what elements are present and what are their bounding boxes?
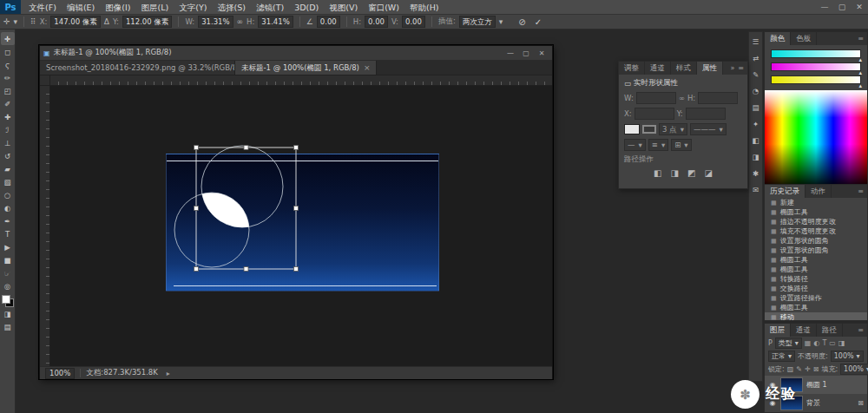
tab-color[interactable]: 颜色	[765, 32, 791, 45]
height-scale-field[interactable]: 31.41%	[258, 16, 293, 28]
filter-adjustment-icon[interactable]: ◐	[813, 339, 819, 347]
history-brush-tool[interactable]: ↺	[1, 149, 15, 162]
cancel-transform-icon[interactable]: ⊘	[518, 17, 525, 27]
hand-tool[interactable]: ☞	[1, 266, 15, 279]
handle-bottom-center[interactable]	[244, 267, 248, 272]
blend-mode-dropdown[interactable]: 正常 ▾	[768, 351, 795, 362]
tab-swatches[interactable]: 色板	[791, 32, 817, 45]
h-skew-field[interactable]: 0.00	[365, 16, 388, 28]
doc-close-button[interactable]: ✕	[535, 49, 549, 57]
window-restore-button[interactable]: ▢	[833, 0, 851, 14]
x-position-field[interactable]: 147.00 像素	[50, 16, 100, 28]
handle-bottom-left[interactable]	[194, 267, 199, 272]
tab-channels[interactable]: 通道	[645, 62, 671, 75]
shape-y-field[interactable]	[686, 108, 726, 120]
history-item[interactable]: ▦转换路径	[765, 274, 867, 284]
menu-file[interactable]: 文件(F)	[23, 0, 62, 15]
blue-slider[interactable]: ▴	[771, 75, 861, 84]
type-tool[interactable]: T	[1, 227, 15, 240]
slider-handle-icon[interactable]: ▴	[858, 82, 862, 89]
shape-fill-swatch[interactable]	[624, 124, 640, 134]
status-options-arrow-icon[interactable]: ▸	[167, 370, 170, 377]
history-item[interactable]: ▦椭圆工具	[765, 207, 867, 217]
gradient-tool[interactable]: ▧	[1, 175, 15, 188]
tab-adjustments[interactable]: 调整	[619, 62, 645, 75]
shape-stroke-swatch[interactable]	[642, 125, 656, 134]
combine-shapes-icon[interactable]: ◧	[654, 168, 661, 178]
shape-x-field[interactable]	[635, 108, 674, 120]
history-item[interactable]: ▦描边不透明度更改	[765, 217, 867, 226]
relative-position-icon[interactable]: Δ	[104, 17, 109, 26]
menu-edit[interactable]: 编辑(E)	[62, 0, 100, 15]
opacity-dropdown[interactable]: 100% ▾	[831, 351, 864, 362]
v-skew-field[interactable]: 0.00	[402, 16, 425, 28]
lock-all-icon[interactable]: ⊠	[813, 365, 819, 373]
panel-collapse-icon[interactable]: »	[730, 64, 734, 72]
window-minimize-button[interactable]: —	[816, 0, 833, 14]
y-position-field[interactable]: 112.00 像素	[122, 16, 172, 28]
green-slider[interactable]: ▴	[771, 62, 861, 71]
history-item[interactable]: ▦设置形状的圆角	[765, 236, 867, 246]
menu-window[interactable]: 窗口(W)	[363, 0, 404, 15]
tab-layers[interactable]: 图层	[765, 324, 791, 337]
dock-info-panel-icon[interactable]: ▤	[750, 102, 761, 113]
dock-settings-panel-icon[interactable]: ✱	[750, 168, 761, 179]
filter-pixel-icon[interactable]: ▦	[805, 339, 812, 347]
crop-tool[interactable]: ◰	[1, 84, 15, 97]
interpolation-caret-icon[interactable]: ▾	[499, 17, 503, 26]
menu-select[interactable]: 选择(S)	[212, 0, 250, 15]
shape-width-field[interactable]	[636, 92, 676, 104]
history-item[interactable]: ▦设置路径操作	[765, 293, 867, 303]
move-tool[interactable]: ✛	[1, 32, 15, 45]
dodge-tool[interactable]: ◐	[1, 201, 15, 214]
history-item[interactable]: ▦交换路径	[765, 284, 867, 293]
handle-mid-right[interactable]	[294, 206, 299, 211]
intersection-leaf-shape[interactable]	[202, 193, 249, 227]
subtract-shape-icon[interactable]: ◨	[671, 168, 679, 178]
red-slider[interactable]: ▴	[771, 49, 861, 58]
panel-menu-icon[interactable]: ≡	[738, 64, 744, 72]
menu-filter[interactable]: 滤镜(T)	[251, 0, 289, 15]
foreground-color-swatch[interactable]	[2, 295, 10, 304]
history-item[interactable]: ▦设置形状的圆角	[765, 246, 867, 255]
stroke-width-dropdown[interactable]: 3 点 ▾	[659, 123, 687, 135]
lasso-tool[interactable]: ϛ	[1, 58, 15, 71]
history-item[interactable]: ▦椭圆工具	[765, 265, 867, 274]
history-item[interactable]: ▦新建	[765, 198, 867, 207]
blur-tool[interactable]: ○	[1, 188, 15, 201]
screen-mode-icon[interactable]: ▤	[1, 320, 15, 333]
panel-menu-icon[interactable]: ≡	[858, 187, 864, 195]
intersect-shapes-icon[interactable]: ◩	[687, 168, 695, 178]
interpolation-dropdown[interactable]: 两次立方	[459, 16, 496, 28]
tab-styles[interactable]: 样式	[671, 62, 697, 75]
menu-3d[interactable]: 3D(D)	[289, 0, 324, 15]
doc-minimize-button[interactable]: —	[503, 49, 517, 57]
layer-name[interactable]: 椭圆 1	[806, 380, 827, 390]
lock-transparency-icon[interactable]: ▨	[787, 365, 794, 373]
lock-position-icon[interactable]: ✛	[805, 365, 811, 373]
canvas-area[interactable]	[40, 75, 552, 366]
eyedropper-tool[interactable]: ✐	[1, 97, 15, 110]
lock-pixels-icon[interactable]: ✎	[796, 365, 802, 373]
menu-type[interactable]: 文字(Y)	[174, 0, 212, 15]
pen-tool[interactable]: ✒	[1, 214, 15, 227]
stroke-align-dropdown[interactable]: — ▾	[624, 139, 646, 151]
rotation-field[interactable]: 0.00	[317, 16, 340, 28]
window-close-button[interactable]: ✕	[851, 0, 868, 14]
tab-actions[interactable]: 动作	[806, 185, 832, 198]
filter-smart-object-icon[interactable]: ◨	[838, 339, 845, 347]
tool-preset-caret-icon[interactable]: ▾	[14, 17, 18, 26]
handle-top-right[interactable]	[294, 146, 299, 150]
eraser-tool[interactable]: ▰	[1, 162, 15, 175]
history-item[interactable]: ▦椭圆工具	[765, 303, 867, 312]
dock-swap-icon[interactable]: ⇄	[750, 53, 761, 63]
quick-mask-icon[interactable]: ◨	[1, 307, 15, 320]
history-item[interactable]: ▦椭圆工具	[765, 255, 867, 265]
dock-clock-panel-icon[interactable]: ◔	[750, 86, 761, 96]
shape-tool[interactable]: ■	[1, 253, 15, 266]
tool-preset-icon[interactable]: ✛	[3, 17, 10, 26]
tab-history[interactable]: 历史记录	[765, 185, 806, 198]
stroke-corner-dropdown[interactable]: ⊞ ▾	[671, 139, 691, 151]
doc-restore-button[interactable]: ▢	[519, 49, 533, 57]
path-selection-tool[interactable]: ▶	[1, 240, 15, 253]
